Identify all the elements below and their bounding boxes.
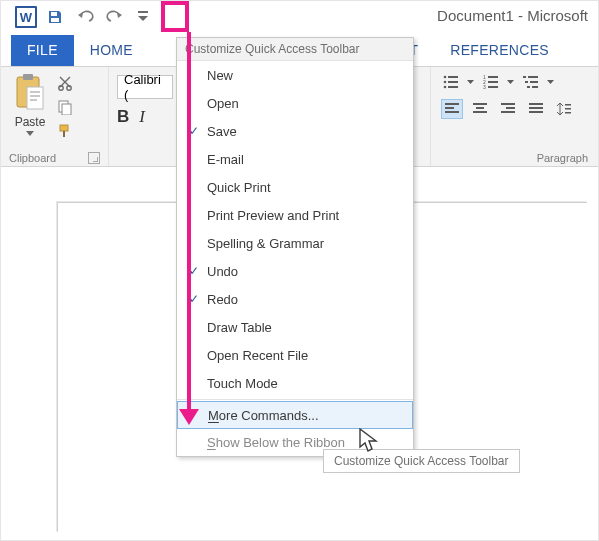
menu-separator <box>177 399 413 400</box>
window-title: Document1 - Microsoft <box>437 7 588 24</box>
align-right-button[interactable] <box>497 99 519 119</box>
align-left-button[interactable] <box>441 99 463 119</box>
group-paragraph: 123 Paragraph <box>430 67 598 166</box>
font-family-combo[interactable]: Calibri ( <box>117 75 173 99</box>
customize-qat-button[interactable] <box>131 5 155 29</box>
svg-rect-41 <box>501 111 515 113</box>
cut-icon[interactable] <box>57 75 75 93</box>
menu-item-draw-table[interactable]: Draw Table <box>177 313 413 341</box>
svg-rect-13 <box>60 125 68 131</box>
menu-item-touch-mode[interactable]: Touch Mode <box>177 369 413 397</box>
svg-rect-22 <box>488 76 498 78</box>
svg-point-10 <box>67 86 71 90</box>
svg-rect-20 <box>448 86 458 88</box>
group-clipboard: Paste Clipboard <box>1 67 109 166</box>
bullets-dropdown-icon[interactable] <box>467 73 475 91</box>
menu-item-open-recent[interactable]: Open Recent File <box>177 341 413 369</box>
menu-item-open[interactable]: Open <box>177 89 413 117</box>
svg-rect-42 <box>529 103 543 105</box>
svg-rect-33 <box>445 103 459 105</box>
redo-icon[interactable] <box>103 5 127 29</box>
svg-rect-44 <box>529 111 543 113</box>
line-spacing-button[interactable] <box>553 99 575 119</box>
menu-item-quick-print[interactable]: Quick Print <box>177 173 413 201</box>
svg-rect-8 <box>30 99 37 101</box>
svg-rect-16 <box>448 76 458 78</box>
menu-item-new[interactable]: New <box>177 61 413 89</box>
svg-rect-2 <box>138 11 148 13</box>
svg-rect-38 <box>473 111 487 113</box>
svg-rect-36 <box>473 103 487 105</box>
multilevel-dropdown-icon[interactable] <box>547 73 555 91</box>
clipboard-group-label: Clipboard <box>9 152 56 164</box>
svg-rect-1 <box>51 18 59 22</box>
clipboard-launcher-icon[interactable] <box>88 152 100 164</box>
bold-button[interactable]: B <box>117 107 129 127</box>
word-app-icon: W <box>15 6 37 28</box>
svg-rect-40 <box>506 107 515 109</box>
numbering-icon[interactable]: 123 <box>481 73 501 91</box>
customize-qat-menu: Customize Quick Access Toolbar New Open … <box>176 37 414 457</box>
align-center-button[interactable] <box>469 99 491 119</box>
tooltip: Customize Quick Access Toolbar <box>323 449 520 473</box>
menu-title: Customize Quick Access Toolbar <box>177 38 413 61</box>
svg-rect-29 <box>525 81 528 83</box>
svg-rect-12 <box>62 104 71 115</box>
menu-item-print-preview[interactable]: Print Preview and Print <box>177 201 413 229</box>
paste-button[interactable]: Paste <box>9 73 51 141</box>
svg-rect-7 <box>30 95 40 97</box>
svg-rect-26 <box>488 86 498 88</box>
svg-rect-14 <box>63 131 65 137</box>
group-font: Calibri ( B I <box>109 67 173 166</box>
svg-rect-37 <box>476 107 484 109</box>
mouse-cursor-icon <box>359 428 379 458</box>
svg-point-9 <box>59 86 63 90</box>
svg-rect-45 <box>565 104 571 106</box>
copy-icon[interactable] <box>57 99 75 117</box>
svg-rect-28 <box>528 76 538 78</box>
svg-rect-34 <box>445 107 454 109</box>
svg-point-19 <box>444 86 447 89</box>
menu-item-redo[interactable]: ✓Redo <box>177 285 413 313</box>
bullets-icon[interactable] <box>441 73 461 91</box>
multilevel-list-icon[interactable] <box>521 73 541 91</box>
tab-file[interactable]: FILE <box>11 35 74 66</box>
paste-label: Paste <box>15 115 46 129</box>
svg-rect-43 <box>529 107 543 109</box>
undo-icon[interactable] <box>73 5 97 29</box>
svg-rect-18 <box>448 81 458 83</box>
svg-rect-46 <box>565 108 571 110</box>
tab-home[interactable]: HOME <box>74 35 149 66</box>
svg-rect-4 <box>23 74 33 80</box>
align-justify-button[interactable] <box>525 99 547 119</box>
svg-rect-6 <box>30 91 40 93</box>
svg-rect-39 <box>501 103 515 105</box>
annotation-arrow-head-icon <box>179 409 199 425</box>
menu-item-more-commands[interactable]: More Commands... <box>177 401 413 429</box>
svg-text:3: 3 <box>483 84 486 89</box>
paragraph-group-label: Paragraph <box>537 152 588 164</box>
svg-point-15 <box>444 76 447 79</box>
menu-item-undo[interactable]: ✓Undo <box>177 257 413 285</box>
annotation-highlight-box <box>161 1 189 32</box>
format-painter-icon[interactable] <box>57 123 75 141</box>
svg-rect-31 <box>527 86 530 88</box>
menu-item-spelling[interactable]: Spelling & Grammar <box>177 229 413 257</box>
menu-item-save[interactable]: ✓Save <box>177 117 413 145</box>
svg-point-17 <box>444 81 447 84</box>
svg-rect-35 <box>445 111 459 113</box>
svg-rect-47 <box>565 112 571 114</box>
tab-references[interactable]: REFERENCES <box>434 35 565 66</box>
svg-rect-5 <box>27 87 43 109</box>
italic-button[interactable]: I <box>139 107 145 127</box>
save-icon[interactable] <box>43 5 67 29</box>
svg-rect-24 <box>488 81 498 83</box>
svg-rect-32 <box>532 86 538 88</box>
svg-rect-27 <box>523 76 526 78</box>
menu-item-email[interactable]: E-mail <box>177 145 413 173</box>
svg-rect-30 <box>530 81 538 83</box>
svg-rect-0 <box>51 12 57 16</box>
annotation-arrow-line <box>187 32 191 414</box>
numbering-dropdown-icon[interactable] <box>507 73 515 91</box>
